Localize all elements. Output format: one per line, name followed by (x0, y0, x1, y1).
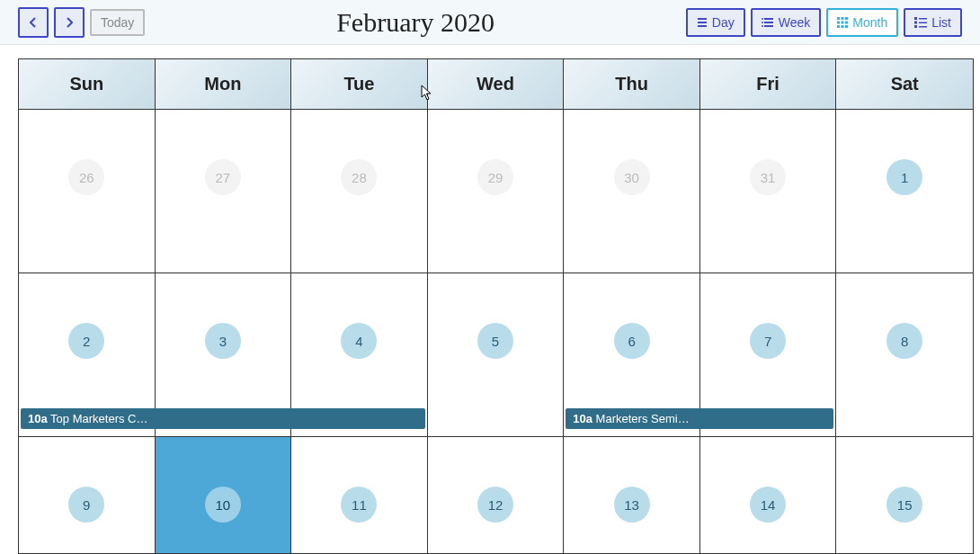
svg-point-0 (762, 18, 763, 20)
svg-point-1 (762, 22, 763, 23)
day-cell[interactable]: 26 (19, 110, 156, 273)
view-month-button[interactable]: Month (826, 8, 898, 37)
day-cell[interactable]: 1110a Digital Marketers Conference (291, 437, 428, 554)
day-number: 3 (205, 323, 241, 359)
view-switcher: Day Week Month List (686, 8, 962, 37)
day-cell[interactable]: 14 (700, 437, 837, 554)
svg-rect-12 (914, 17, 917, 20)
view-label: Week (779, 15, 811, 30)
day-cell[interactable]: 1 (836, 110, 973, 273)
week-view-icon (762, 17, 774, 28)
today-button[interactable]: Today (90, 9, 145, 36)
day-number: 4 (341, 323, 377, 359)
prev-button[interactable] (18, 7, 49, 38)
day-header-fri: Fri (700, 59, 837, 109)
day-header-thu: Thu (564, 59, 700, 109)
events-layer (700, 407, 836, 436)
day-cell[interactable]: 5 (428, 273, 565, 437)
calendar-event[interactable] (699, 408, 834, 429)
day-number: 29 (477, 159, 513, 195)
day-cell[interactable]: 30 (564, 110, 700, 273)
svg-point-2 (762, 25, 763, 27)
view-label: Month (852, 15, 887, 30)
view-list-button[interactable]: List (904, 8, 962, 37)
day-number: 9 (68, 487, 104, 523)
day-cell[interactable]: 28 (291, 110, 428, 273)
day-number: 11 (341, 487, 377, 523)
calendar-event[interactable] (290, 408, 425, 429)
event-title: Marketers Seminar (596, 412, 695, 425)
svg-rect-13 (919, 18, 927, 20)
month-grid: 2627282930311210a Top Marketers Conferen… (19, 110, 973, 554)
chevron-right-icon (66, 17, 73, 28)
day-cell[interactable]: 27 (156, 110, 292, 273)
svg-rect-5 (845, 17, 848, 20)
day-cell[interactable]: 210a Top Marketers Conference (19, 273, 156, 437)
day-number: 30 (614, 159, 650, 195)
month-view-icon (837, 17, 848, 28)
day-header-wed: Wed (428, 59, 565, 109)
svg-rect-9 (837, 25, 840, 28)
month-grid-scroll[interactable]: 2627282930311210a Top Marketers Conferen… (18, 109, 974, 554)
svg-rect-6 (837, 21, 840, 23)
events-layer (156, 407, 291, 436)
day-number: 10 (205, 487, 241, 523)
day-number: 31 (750, 159, 786, 195)
day-cell[interactable]: 4 (291, 273, 428, 437)
calendar-title: February 2020 (145, 7, 685, 38)
calendar-event[interactable]: 10a Top Marketers Conference (21, 408, 156, 429)
calendar-body: SunMonTueWedThuFriSat 2627282930311210a … (18, 58, 974, 554)
day-header-mon: Mon (156, 59, 292, 109)
svg-rect-17 (919, 26, 927, 28)
chevron-left-icon (30, 17, 37, 28)
day-number: 6 (614, 323, 650, 359)
svg-rect-4 (842, 17, 844, 20)
day-number: 2 (68, 323, 104, 359)
view-label: List (931, 15, 951, 30)
events-layer: 10a Top Marketers Conference (19, 407, 155, 436)
view-label: Day (712, 15, 735, 30)
day-cell[interactable]: 3 (156, 273, 292, 437)
day-header-sun: Sun (19, 59, 156, 109)
day-number: 8 (886, 323, 922, 359)
day-cell[interactable]: 8 (836, 273, 973, 437)
event-time: 10a (28, 412, 48, 425)
svg-rect-10 (842, 25, 844, 28)
day-number: 26 (68, 159, 104, 195)
calendar-event[interactable]: 10a Marketers Seminar (566, 408, 700, 429)
svg-rect-16 (914, 25, 917, 28)
day-cell[interactable]: 610a Marketers Seminar (564, 273, 700, 437)
day-header-tue: Tue (291, 59, 428, 109)
list-view-icon (914, 17, 927, 28)
day-number: 27 (205, 159, 241, 195)
day-number: 14 (750, 487, 786, 523)
svg-rect-7 (842, 21, 844, 23)
events-layer: 10a Marketers Seminar (564, 407, 699, 436)
events-layer (291, 407, 427, 436)
view-day-button[interactable]: Day (686, 8, 745, 37)
next-button[interactable] (54, 7, 85, 38)
day-cell[interactable]: 29 (428, 110, 565, 273)
day-cell[interactable]: 13 (564, 437, 700, 554)
day-header-sat: Sat (836, 59, 973, 109)
calendar-toolbar: Today February 2020 Day Week Month List (0, 0, 980, 45)
svg-rect-8 (845, 21, 848, 23)
event-title: Top Marketers Conference (50, 412, 155, 425)
view-week-button[interactable]: Week (751, 8, 822, 37)
day-number: 5 (477, 323, 513, 359)
day-number: 7 (750, 323, 786, 359)
day-cell[interactable]: 7 (700, 273, 837, 437)
day-cell[interactable]: 9IT Seminar (19, 437, 156, 554)
day-headers-row: SunMonTueWedThuFriSat (18, 58, 974, 109)
day-number: 13 (614, 487, 650, 523)
day-cell[interactable]: 12 (428, 437, 565, 554)
day-view-icon (697, 17, 708, 28)
day-cell[interactable]: 31 (700, 110, 837, 273)
calendar-event[interactable] (155, 408, 292, 429)
day-number: 28 (341, 159, 377, 195)
day-cell[interactable]: 10 (156, 437, 292, 554)
svg-rect-14 (914, 21, 917, 23)
svg-rect-3 (837, 17, 840, 20)
day-number: 12 (477, 487, 513, 523)
day-cell[interactable]: 15 (836, 437, 973, 554)
